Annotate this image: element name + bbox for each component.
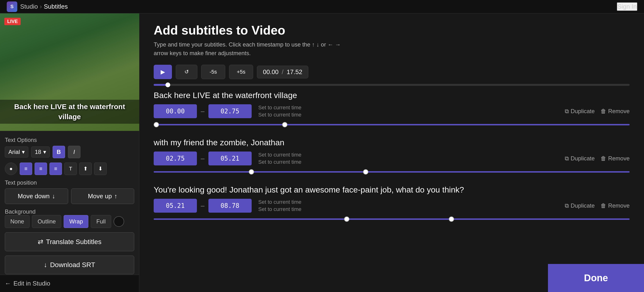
remove-button[interactable]: 🗑 Remove bbox=[600, 108, 630, 115]
circle-align-button[interactable]: ● bbox=[5, 162, 17, 175]
text-options-label: Text Options bbox=[5, 137, 134, 143]
move-up-button[interactable]: Move up ↑ bbox=[71, 188, 134, 204]
subtitle-end-time[interactable] bbox=[208, 151, 252, 165]
set-start-time-button[interactable]: Set to current time bbox=[258, 152, 302, 158]
page-title: Add subtitles to Video bbox=[154, 23, 630, 37]
move-row: Move down ↓ Move up ↑ bbox=[5, 188, 134, 204]
main-layout: LIVE Back here LIVE at the waterfront vi… bbox=[0, 13, 644, 292]
timeline-track[interactable] bbox=[154, 84, 630, 86]
subtitle-timing-row: – Set to current time Set to current tim… bbox=[154, 151, 630, 165]
valign-bottom-button[interactable]: ⬇ bbox=[94, 162, 106, 175]
edit-in-studio-bar[interactable]: ← Edit in Studio bbox=[0, 275, 139, 292]
header-left: S Studio › Subtitles bbox=[7, 1, 68, 12]
subtitle-range bbox=[154, 168, 630, 175]
bg-wrap-button[interactable]: Wrap bbox=[64, 215, 88, 228]
range-track[interactable] bbox=[154, 124, 630, 125]
background-label: Background bbox=[5, 208, 134, 215]
range-thumb-end[interactable] bbox=[363, 169, 368, 174]
text-position-section: Text position Move down ↓ Move up ↑ bbox=[5, 179, 134, 204]
subtitle-start-time[interactable] bbox=[154, 151, 197, 165]
live-badge: LIVE bbox=[4, 18, 21, 25]
skip-fwd-button[interactable]: +5s bbox=[229, 65, 253, 79]
subtitle-list: Back here LIVE at the waterfront village… bbox=[139, 91, 644, 292]
video-preview: LIVE Back here LIVE at the waterfront vi… bbox=[0, 13, 139, 131]
timeline-bar bbox=[139, 84, 644, 91]
subtitle-timing-row: – Set to current time Set to current tim… bbox=[154, 104, 630, 118]
subtitle-item: with my friend the zombie, Jonathan – Se… bbox=[154, 138, 630, 175]
play-icon: ▶ bbox=[161, 69, 165, 75]
duplicate-button[interactable]: ⧉ Duplicate bbox=[565, 202, 595, 209]
trash-icon: 🗑 bbox=[600, 155, 606, 162]
subtitle-actions: ⧉ Duplicate 🗑 Remove bbox=[565, 202, 630, 209]
breadcrumb-studio[interactable]: Studio bbox=[20, 3, 38, 10]
done-button[interactable]: Done bbox=[548, 264, 644, 292]
range-track[interactable] bbox=[154, 218, 630, 220]
translate-subtitles-button[interactable]: ⇄ Translate Subtitles bbox=[5, 232, 134, 251]
video-background: LIVE Back here LIVE at the waterfront vi… bbox=[0, 13, 139, 131]
set-start-time-button[interactable]: Set to current time bbox=[258, 105, 302, 111]
duplicate-icon: ⧉ bbox=[565, 202, 569, 209]
subtitle-text: You're looking good! Jonathan just got a… bbox=[154, 185, 630, 194]
text-style-icon-btn[interactable]: T bbox=[64, 162, 77, 175]
set-end-time-button[interactable]: Set to current time bbox=[258, 112, 302, 118]
subtitle-start-time[interactable] bbox=[154, 104, 197, 118]
align-right-icon: ≡ bbox=[54, 166, 58, 172]
duplicate-button[interactable]: ⧉ Duplicate bbox=[565, 155, 595, 162]
move-down-arrow-icon: ↓ bbox=[52, 192, 55, 200]
set-end-time-button[interactable]: Set to current time bbox=[258, 206, 302, 212]
play-button[interactable]: ▶ bbox=[154, 65, 172, 79]
range-track[interactable] bbox=[154, 171, 630, 173]
background-section: Background None Outline Wrap Full bbox=[5, 208, 134, 228]
subtitle-end-time[interactable] bbox=[208, 199, 252, 213]
subtitle-text: with my friend the zombie, Jonathan bbox=[154, 138, 630, 147]
bg-none-button[interactable]: None bbox=[5, 215, 30, 228]
duplicate-icon: ⧉ bbox=[565, 155, 569, 162]
right-panel: Add subtitles to Video Type and time you… bbox=[139, 13, 644, 292]
align-center-icon: ≡ bbox=[40, 166, 42, 172]
range-thumb-end[interactable] bbox=[282, 122, 288, 127]
bold-button[interactable]: B bbox=[52, 146, 65, 158]
bg-full-button[interactable]: Full bbox=[91, 215, 111, 228]
set-start-time-button[interactable]: Set to current time bbox=[258, 199, 302, 205]
range-thumb-start[interactable] bbox=[154, 122, 159, 127]
timeline-thumb[interactable] bbox=[166, 82, 170, 87]
subtitle-item: Back here LIVE at the waterfront village… bbox=[154, 91, 630, 128]
remove-button[interactable]: 🗑 Remove bbox=[600, 202, 630, 209]
subtitle-end-time[interactable] bbox=[208, 104, 252, 118]
background-row: None Outline Wrap Full bbox=[5, 215, 134, 228]
duplicate-icon: ⧉ bbox=[565, 108, 569, 115]
move-up-arrow-icon: ↑ bbox=[114, 192, 118, 200]
font-select[interactable]: Arial ▾ bbox=[5, 146, 28, 157]
remove-button[interactable]: 🗑 Remove bbox=[600, 155, 630, 162]
left-panel: LIVE Back here LIVE at the waterfront vi… bbox=[0, 13, 139, 292]
sign-in-button[interactable]: Sign In bbox=[617, 2, 637, 11]
align-left-icon: ≡ bbox=[24, 166, 28, 172]
valign-top-button[interactable]: ⬆ bbox=[79, 162, 92, 175]
align-right-button[interactable]: ≡ bbox=[50, 162, 62, 175]
align-left-button[interactable]: ≡ bbox=[20, 162, 32, 175]
valign-bottom-icon: ⬇ bbox=[98, 166, 102, 172]
text-position-label: Text position bbox=[5, 179, 134, 186]
subtitle-text: Back here LIVE at the waterfront village bbox=[154, 91, 630, 100]
subtitle-start-time[interactable] bbox=[154, 199, 197, 213]
range-thumb-end[interactable] bbox=[449, 216, 454, 222]
chevron-down-icon: ▾ bbox=[22, 149, 25, 155]
skip-back-button[interactable]: -5s bbox=[201, 65, 225, 79]
font-size-select[interactable]: 18 ▾ bbox=[31, 146, 50, 157]
bg-outline-button[interactable]: Outline bbox=[32, 215, 61, 228]
range-thumb-start[interactable] bbox=[344, 216, 349, 222]
replay-button[interactable]: ↺ bbox=[176, 65, 198, 79]
download-srt-button[interactable]: ↓ Download SRT bbox=[5, 256, 134, 274]
video-subtitle-overlay: Back here LIVE at the waterfront village bbox=[0, 100, 139, 124]
move-down-button[interactable]: Move down ↓ bbox=[5, 188, 68, 204]
align-center-button[interactable]: ≡ bbox=[34, 162, 47, 175]
left-options: Text Options Arial ▾ 18 ▾ B I bbox=[0, 131, 139, 275]
subtitle-header: Add subtitles to Video Type and time you… bbox=[139, 13, 644, 62]
range-thumb-start[interactable] bbox=[249, 169, 254, 174]
set-end-time-button[interactable]: Set to current time bbox=[258, 159, 302, 165]
subtitle-range bbox=[154, 121, 630, 128]
bg-color-swatch[interactable] bbox=[114, 216, 124, 227]
trash-icon: 🗑 bbox=[600, 108, 606, 115]
duplicate-button[interactable]: ⧉ Duplicate bbox=[565, 108, 595, 115]
italic-button[interactable]: I bbox=[68, 146, 80, 158]
